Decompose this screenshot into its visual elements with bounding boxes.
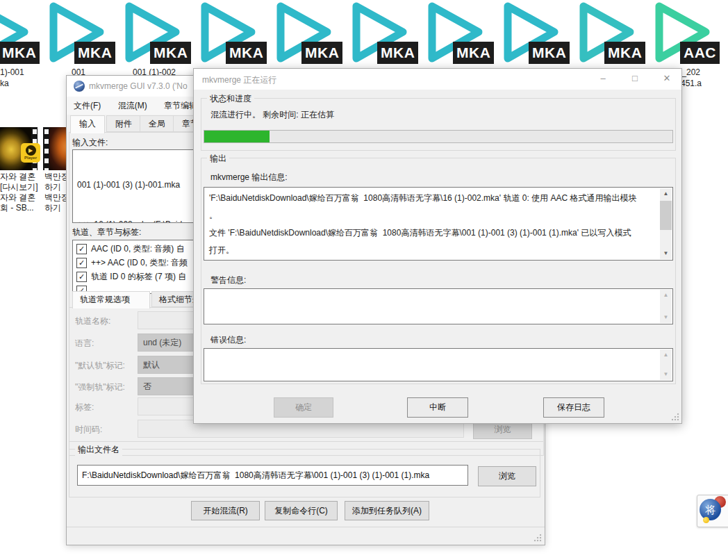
output-line: 打开。 <box>209 242 659 259</box>
warnings-label: 警告信息: <box>210 274 246 286</box>
checkbox-checked[interactable]: ✓ <box>76 258 87 268</box>
file-type-badge: MKA <box>226 42 267 64</box>
track-row-label: 轨道 ID 0 的标签 (7 项) 自 <box>91 270 186 283</box>
input-method-panel[interactable]: 将 <box>697 495 728 527</box>
scrollbar[interactable]: ▲ ▼ <box>660 188 672 259</box>
potplayer-badge-icon: ▶ Player <box>21 143 40 163</box>
warnings-box[interactable]: ▲ ▼ <box>204 288 673 324</box>
scrollbar[interactable]: ▲ ▼ <box>660 290 672 323</box>
tab-attachments[interactable]: 附件 <box>106 115 141 132</box>
menu-muxing[interactable]: 混流(M) <box>111 97 154 115</box>
scroll-down-icon: ▼ <box>660 369 672 380</box>
scroll-thumb[interactable] <box>660 201 672 230</box>
file-type-badge: MKA <box>529 42 570 64</box>
desktop-audio-file-icon[interactable]: MKA1)-001ka <box>0 0 38 92</box>
tab-input[interactable]: 输入 <box>70 115 105 133</box>
close-button[interactable]: ✕ <box>651 69 683 90</box>
file-type-badge: MKA <box>150 42 191 64</box>
timecode-label: 时间码: <box>75 424 102 436</box>
film-sprockets <box>43 127 49 170</box>
output-line: 。 <box>209 207 659 224</box>
abort-button[interactable]: 中断 <box>407 397 468 418</box>
language-label: 语言: <box>75 338 94 349</box>
mkvmerge-output-label: mkvmerge 输出信息: <box>210 172 288 183</box>
status-progress-group-label: 状态和进度 <box>207 93 254 105</box>
track-name-label: 轨道名称: <box>75 315 110 327</box>
tab-global[interactable]: 全局 <box>140 115 174 132</box>
menu-file[interactable]: 文件(F) <box>67 97 108 115</box>
file-type-badge: MKA <box>0 42 40 64</box>
mkvmerge-running-dialog: mkvmerge 正在运行 – □ ✕ 状态和进度 混流进行中。 剩余时间: 正… <box>193 68 682 424</box>
output-group-label: 输出 <box>207 153 229 165</box>
ime-yellow-dot-icon <box>703 517 709 523</box>
track-row-label: ++> AAC (ID 0, 类型: 音频 <box>91 256 188 270</box>
player-badge-text: Player <box>24 156 37 160</box>
file-type-badge: MKA <box>604 42 645 64</box>
scroll-up-icon[interactable]: ▲ <box>660 188 672 199</box>
file-type-badge: MKA <box>74 42 115 64</box>
output-filename-input[interactable]: F:\BaiduNetdiskDownload\嫁给百万富翁 1080高清韩语无… <box>77 465 468 486</box>
mkvmerge-app-icon <box>74 81 85 92</box>
muxing-status-text: 混流进行中。 剩余时间: 正在估算 <box>210 109 334 121</box>
tab-track-general-options[interactable]: 轨道常规选项 <box>72 291 150 308</box>
errors-label: 错误信息: <box>210 334 246 346</box>
resize-grip[interactable] <box>671 413 679 421</box>
scroll-down-icon[interactable]: ▼ <box>660 248 672 259</box>
forced-track-label: "强制轨"标记: <box>75 381 125 393</box>
maximize-button[interactable]: □ <box>619 69 651 90</box>
progress-bar <box>204 130 673 143</box>
scroll-down-icon: ▼ <box>660 312 672 323</box>
output-line: 'F:\BaiduNetdiskDownload\嫁给百万富翁 1080高清韩语… <box>209 190 659 207</box>
dialog-titlebar[interactable]: mkvmerge 正在运行 – □ ✕ <box>194 69 681 90</box>
tracks-label: 轨道、章节与标签: <box>72 227 141 238</box>
output-line: 文件 'F:\BaiduNetdiskDownload\嫁给百万富翁 1080高… <box>209 224 659 242</box>
scrollbar[interactable]: ▲ ▼ <box>660 349 672 380</box>
scroll-up-icon: ▲ <box>660 290 672 301</box>
tags-label: 标签: <box>75 402 94 413</box>
window-title: mkvmerge GUI v7.3.0 ('No <box>89 81 188 91</box>
add-to-job-queue-button[interactable]: 添加到任务队列(A) <box>345 501 429 520</box>
start-muxing-button[interactable]: 开始混流(R) <box>191 501 260 520</box>
mkvmerge-output-box[interactable]: 'F:\BaiduNetdiskDownload\嫁给百万富翁 1080高清韩语… <box>204 187 673 261</box>
file-type-badge: MKA <box>301 42 342 64</box>
screen: { "desktop": { "audio_icons": [ {"lines"… <box>0 0 728 560</box>
default-track-label: "默认轨"标记: <box>75 360 125 372</box>
play-icon: ▶ <box>26 145 36 156</box>
status-bar <box>67 527 545 545</box>
dialog-title: mkvmerge 正在运行 <box>202 74 276 86</box>
ok-button: 确定 <box>274 397 333 418</box>
save-log-button[interactable]: 保存日志 <box>543 397 604 418</box>
minimize-button[interactable]: – <box>587 69 619 90</box>
checkbox-checked[interactable]: ✓ <box>76 244 87 254</box>
track-row-label: AAC (ID 0, 类型: 音频) 自 <box>91 242 185 256</box>
output-browse-button[interactable]: 浏览 <box>478 466 536 486</box>
output-filename-group-label: 输出文件名 <box>75 444 122 456</box>
icon-label: 자와 결혼 [다시보기] 자와 결혼 회 - SB... <box>0 172 40 213</box>
errors-box[interactable]: ▲ ▼ <box>204 348 673 381</box>
file-type-badge: MKA <box>377 42 418 64</box>
file-type-badge: MKA <box>453 42 494 64</box>
checkbox-checked[interactable]: ✓ <box>76 272 87 282</box>
copy-command-line-button[interactable]: 复制命令行(C) <box>265 501 338 520</box>
file-type-badge: AAC <box>680 42 720 64</box>
ime-icon[interactable]: 将 <box>700 499 721 520</box>
resize-grip[interactable] <box>533 534 542 542</box>
scroll-up-icon: ▲ <box>660 349 672 361</box>
progress-fill <box>204 131 270 142</box>
input-files-label: 输入文件: <box>72 137 108 149</box>
